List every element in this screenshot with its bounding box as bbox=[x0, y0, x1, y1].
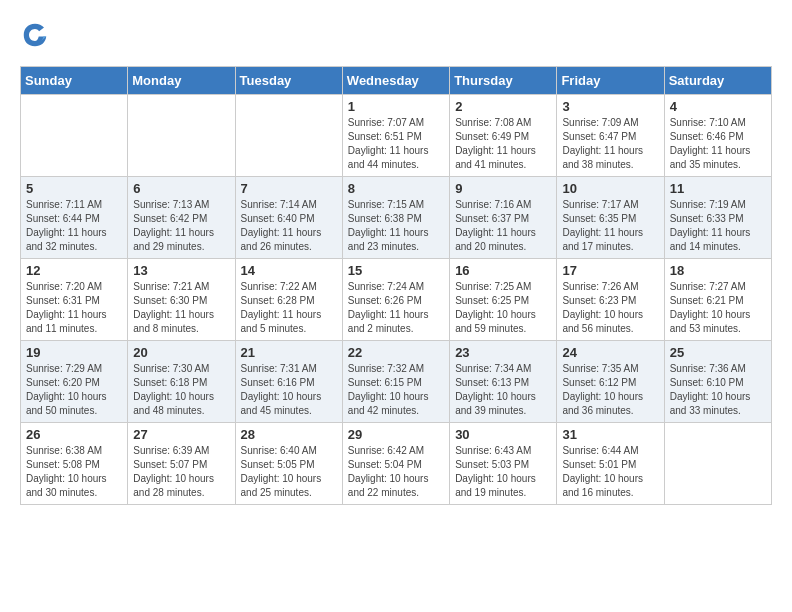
calendar-cell: 31Sunrise: 6:44 AM Sunset: 5:01 PM Dayli… bbox=[557, 423, 664, 505]
day-number: 9 bbox=[455, 181, 551, 196]
day-info: Sunrise: 6:40 AM Sunset: 5:05 PM Dayligh… bbox=[241, 444, 337, 500]
calendar-cell: 1Sunrise: 7:07 AM Sunset: 6:51 PM Daylig… bbox=[342, 95, 449, 177]
calendar-cell: 23Sunrise: 7:34 AM Sunset: 6:13 PM Dayli… bbox=[450, 341, 557, 423]
weekday-header-tuesday: Tuesday bbox=[235, 67, 342, 95]
day-number: 1 bbox=[348, 99, 444, 114]
day-number: 28 bbox=[241, 427, 337, 442]
day-info: Sunrise: 6:44 AM Sunset: 5:01 PM Dayligh… bbox=[562, 444, 658, 500]
calendar-cell: 9Sunrise: 7:16 AM Sunset: 6:37 PM Daylig… bbox=[450, 177, 557, 259]
day-info: Sunrise: 6:39 AM Sunset: 5:07 PM Dayligh… bbox=[133, 444, 229, 500]
day-number: 26 bbox=[26, 427, 122, 442]
day-info: Sunrise: 7:15 AM Sunset: 6:38 PM Dayligh… bbox=[348, 198, 444, 254]
day-number: 10 bbox=[562, 181, 658, 196]
day-number: 27 bbox=[133, 427, 229, 442]
calendar-cell: 2Sunrise: 7:08 AM Sunset: 6:49 PM Daylig… bbox=[450, 95, 557, 177]
weekday-header-sunday: Sunday bbox=[21, 67, 128, 95]
day-info: Sunrise: 7:34 AM Sunset: 6:13 PM Dayligh… bbox=[455, 362, 551, 418]
calendar-cell: 25Sunrise: 7:36 AM Sunset: 6:10 PM Dayli… bbox=[664, 341, 771, 423]
day-info: Sunrise: 7:13 AM Sunset: 6:42 PM Dayligh… bbox=[133, 198, 229, 254]
calendar-cell: 17Sunrise: 7:26 AM Sunset: 6:23 PM Dayli… bbox=[557, 259, 664, 341]
calendar-week-3: 12Sunrise: 7:20 AM Sunset: 6:31 PM Dayli… bbox=[21, 259, 772, 341]
day-info: Sunrise: 7:29 AM Sunset: 6:20 PM Dayligh… bbox=[26, 362, 122, 418]
calendar-cell: 27Sunrise: 6:39 AM Sunset: 5:07 PM Dayli… bbox=[128, 423, 235, 505]
day-number: 14 bbox=[241, 263, 337, 278]
day-number: 7 bbox=[241, 181, 337, 196]
calendar-week-2: 5Sunrise: 7:11 AM Sunset: 6:44 PM Daylig… bbox=[21, 177, 772, 259]
calendar-cell: 15Sunrise: 7:24 AM Sunset: 6:26 PM Dayli… bbox=[342, 259, 449, 341]
day-number: 22 bbox=[348, 345, 444, 360]
day-number: 24 bbox=[562, 345, 658, 360]
day-info: Sunrise: 6:38 AM Sunset: 5:08 PM Dayligh… bbox=[26, 444, 122, 500]
day-info: Sunrise: 7:10 AM Sunset: 6:46 PM Dayligh… bbox=[670, 116, 766, 172]
day-info: Sunrise: 7:14 AM Sunset: 6:40 PM Dayligh… bbox=[241, 198, 337, 254]
day-info: Sunrise: 7:21 AM Sunset: 6:30 PM Dayligh… bbox=[133, 280, 229, 336]
calendar-week-5: 26Sunrise: 6:38 AM Sunset: 5:08 PM Dayli… bbox=[21, 423, 772, 505]
calendar-cell: 26Sunrise: 6:38 AM Sunset: 5:08 PM Dayli… bbox=[21, 423, 128, 505]
day-info: Sunrise: 7:24 AM Sunset: 6:26 PM Dayligh… bbox=[348, 280, 444, 336]
day-number: 18 bbox=[670, 263, 766, 278]
calendar-cell: 29Sunrise: 6:42 AM Sunset: 5:04 PM Dayli… bbox=[342, 423, 449, 505]
calendar-cell: 18Sunrise: 7:27 AM Sunset: 6:21 PM Dayli… bbox=[664, 259, 771, 341]
day-info: Sunrise: 7:19 AM Sunset: 6:33 PM Dayligh… bbox=[670, 198, 766, 254]
weekday-header-monday: Monday bbox=[128, 67, 235, 95]
day-number: 31 bbox=[562, 427, 658, 442]
calendar-cell: 20Sunrise: 7:30 AM Sunset: 6:18 PM Dayli… bbox=[128, 341, 235, 423]
calendar-cell: 19Sunrise: 7:29 AM Sunset: 6:20 PM Dayli… bbox=[21, 341, 128, 423]
day-number: 21 bbox=[241, 345, 337, 360]
day-info: Sunrise: 6:43 AM Sunset: 5:03 PM Dayligh… bbox=[455, 444, 551, 500]
day-number: 8 bbox=[348, 181, 444, 196]
calendar-cell: 30Sunrise: 6:43 AM Sunset: 5:03 PM Dayli… bbox=[450, 423, 557, 505]
day-info: Sunrise: 7:17 AM Sunset: 6:35 PM Dayligh… bbox=[562, 198, 658, 254]
day-number: 19 bbox=[26, 345, 122, 360]
day-number: 16 bbox=[455, 263, 551, 278]
weekday-header-row: SundayMondayTuesdayWednesdayThursdayFrid… bbox=[21, 67, 772, 95]
day-info: Sunrise: 7:27 AM Sunset: 6:21 PM Dayligh… bbox=[670, 280, 766, 336]
day-number: 13 bbox=[133, 263, 229, 278]
day-info: Sunrise: 7:16 AM Sunset: 6:37 PM Dayligh… bbox=[455, 198, 551, 254]
weekday-header-saturday: Saturday bbox=[664, 67, 771, 95]
calendar-week-1: 1Sunrise: 7:07 AM Sunset: 6:51 PM Daylig… bbox=[21, 95, 772, 177]
calendar-cell: 4Sunrise: 7:10 AM Sunset: 6:46 PM Daylig… bbox=[664, 95, 771, 177]
day-number: 2 bbox=[455, 99, 551, 114]
day-info: Sunrise: 7:11 AM Sunset: 6:44 PM Dayligh… bbox=[26, 198, 122, 254]
day-info: Sunrise: 7:30 AM Sunset: 6:18 PM Dayligh… bbox=[133, 362, 229, 418]
calendar-cell bbox=[128, 95, 235, 177]
calendar-table: SundayMondayTuesdayWednesdayThursdayFrid… bbox=[20, 66, 772, 505]
day-info: Sunrise: 7:22 AM Sunset: 6:28 PM Dayligh… bbox=[241, 280, 337, 336]
weekday-header-thursday: Thursday bbox=[450, 67, 557, 95]
day-number: 6 bbox=[133, 181, 229, 196]
day-number: 23 bbox=[455, 345, 551, 360]
day-info: Sunrise: 7:25 AM Sunset: 6:25 PM Dayligh… bbox=[455, 280, 551, 336]
page-header bbox=[20, 20, 772, 50]
calendar-cell: 13Sunrise: 7:21 AM Sunset: 6:30 PM Dayli… bbox=[128, 259, 235, 341]
calendar-cell: 6Sunrise: 7:13 AM Sunset: 6:42 PM Daylig… bbox=[128, 177, 235, 259]
calendar-cell bbox=[21, 95, 128, 177]
day-number: 30 bbox=[455, 427, 551, 442]
day-info: Sunrise: 7:20 AM Sunset: 6:31 PM Dayligh… bbox=[26, 280, 122, 336]
day-info: Sunrise: 6:42 AM Sunset: 5:04 PM Dayligh… bbox=[348, 444, 444, 500]
calendar-cell: 3Sunrise: 7:09 AM Sunset: 6:47 PM Daylig… bbox=[557, 95, 664, 177]
calendar-cell: 5Sunrise: 7:11 AM Sunset: 6:44 PM Daylig… bbox=[21, 177, 128, 259]
day-number: 17 bbox=[562, 263, 658, 278]
day-info: Sunrise: 7:32 AM Sunset: 6:15 PM Dayligh… bbox=[348, 362, 444, 418]
weekday-header-wednesday: Wednesday bbox=[342, 67, 449, 95]
calendar-cell: 21Sunrise: 7:31 AM Sunset: 6:16 PM Dayli… bbox=[235, 341, 342, 423]
day-info: Sunrise: 7:08 AM Sunset: 6:49 PM Dayligh… bbox=[455, 116, 551, 172]
calendar-cell: 12Sunrise: 7:20 AM Sunset: 6:31 PM Dayli… bbox=[21, 259, 128, 341]
day-number: 11 bbox=[670, 181, 766, 196]
weekday-header-friday: Friday bbox=[557, 67, 664, 95]
day-info: Sunrise: 7:35 AM Sunset: 6:12 PM Dayligh… bbox=[562, 362, 658, 418]
day-number: 4 bbox=[670, 99, 766, 114]
calendar-cell: 14Sunrise: 7:22 AM Sunset: 6:28 PM Dayli… bbox=[235, 259, 342, 341]
day-number: 15 bbox=[348, 263, 444, 278]
calendar-cell: 10Sunrise: 7:17 AM Sunset: 6:35 PM Dayli… bbox=[557, 177, 664, 259]
day-number: 29 bbox=[348, 427, 444, 442]
day-info: Sunrise: 7:07 AM Sunset: 6:51 PM Dayligh… bbox=[348, 116, 444, 172]
day-info: Sunrise: 7:36 AM Sunset: 6:10 PM Dayligh… bbox=[670, 362, 766, 418]
calendar-week-4: 19Sunrise: 7:29 AM Sunset: 6:20 PM Dayli… bbox=[21, 341, 772, 423]
calendar-cell: 22Sunrise: 7:32 AM Sunset: 6:15 PM Dayli… bbox=[342, 341, 449, 423]
day-info: Sunrise: 7:09 AM Sunset: 6:47 PM Dayligh… bbox=[562, 116, 658, 172]
logo-icon bbox=[20, 20, 50, 50]
calendar-cell bbox=[664, 423, 771, 505]
day-info: Sunrise: 7:26 AM Sunset: 6:23 PM Dayligh… bbox=[562, 280, 658, 336]
